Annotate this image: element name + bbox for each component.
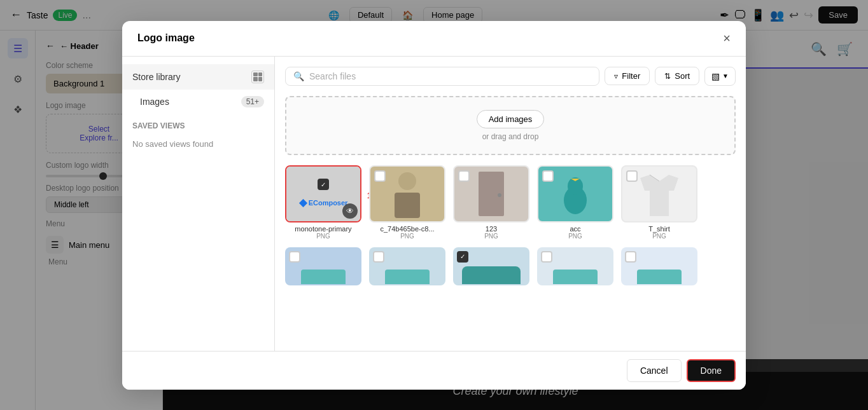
done-button[interactable]: Done <box>687 359 736 382</box>
image-item-4[interactable]: acc PNG <box>537 165 613 240</box>
image-label-1: monotone-primary <box>285 225 361 233</box>
bottom-image-1[interactable] <box>285 247 361 285</box>
modal-body: Store library Images 51+ Saved Views No … <box>122 57 746 351</box>
filter-button[interactable]: ▿ Filter <box>605 67 650 85</box>
image-item-3[interactable]: 123 PNG <box>453 165 529 240</box>
bottom-checkbox-1[interactable] <box>289 251 300 263</box>
sidebar-images[interactable]: Images 51+ <box>122 90 274 114</box>
sort-label: Sort <box>675 71 690 81</box>
image-item-2[interactable]: c_74b465be-c8... PNG <box>369 165 445 240</box>
image-thumb-5 <box>621 165 697 222</box>
modal-title: Logo image <box>137 32 195 44</box>
bottom-thumb-4 <box>537 247 613 285</box>
bottom-image-2[interactable] <box>369 247 445 285</box>
image-type-4: PNG <box>537 233 613 240</box>
image-type-3: PNG <box>453 233 529 240</box>
img-checkbox-1[interactable]: ✓ <box>318 179 329 190</box>
images-grid: ✓ ◆ EComposer 👁 monotone-primary <box>285 165 736 240</box>
image-item-5[interactable]: T_shirt PNG <box>621 165 697 240</box>
image-thumb-1: ✓ ◆ EComposer 👁 <box>285 165 361 222</box>
image-type-5: PNG <box>621 233 697 240</box>
store-library-label: Store library <box>132 72 180 82</box>
image-thumb-3 <box>453 165 529 222</box>
image-label-5: T_shirt <box>621 225 697 233</box>
grid-view-button[interactable]: ▧ ▼ <box>704 67 736 86</box>
images-count-badge: 51+ <box>241 96 264 107</box>
bottom-checkbox-4[interactable] <box>541 251 552 263</box>
modal-header: Logo image × <box>122 21 746 57</box>
ecomposer-logo: ◆ EComposer <box>299 196 348 208</box>
filter-icon: ▿ <box>614 72 618 81</box>
image-label-3: 123 <box>453 225 529 233</box>
image-label-4: acc <box>537 225 613 233</box>
image-label-2: c_74b465be-c8... <box>369 225 445 233</box>
images-label: Images <box>140 97 169 107</box>
sort-button[interactable]: ⇅ Sort <box>655 67 699 85</box>
sidebar-store-library[interactable]: Store library <box>122 64 274 90</box>
search-box: 🔍 <box>285 67 599 86</box>
bottom-image-3[interactable]: ✓ <box>453 247 529 285</box>
eye-icon-1[interactable]: 👁 <box>342 203 358 219</box>
bottom-image-4[interactable] <box>537 247 613 285</box>
image-thumb-2 <box>369 165 445 222</box>
img-checkbox-2[interactable] <box>374 170 386 182</box>
bottom-images-grid: ✓ <box>285 247 736 285</box>
sort-icon: ⇅ <box>664 72 671 81</box>
bottom-thumb-5 <box>621 247 697 285</box>
modal-main-content: 🔍 ▿ Filter ⇅ Sort ▧ ▼ <box>275 57 746 351</box>
img-checkbox-4[interactable] <box>542 170 554 182</box>
image-type-2: PNG <box>369 233 445 240</box>
svg-point-0 <box>398 172 416 190</box>
add-images-button[interactable]: Add images <box>477 110 545 128</box>
search-icon: 🔍 <box>293 71 304 81</box>
bottom-image-5[interactable] <box>621 247 697 285</box>
bottom-shape-2 <box>385 270 430 284</box>
saved-views-section: Saved Views <box>122 114 274 134</box>
image-thumb-4 <box>537 165 613 222</box>
bottom-shape-5 <box>637 270 682 284</box>
image-type-1: PNG <box>285 233 361 240</box>
svg-rect-1 <box>395 193 420 218</box>
modal-close-button[interactable]: × <box>723 31 731 46</box>
dropdown-icon: ▼ <box>722 72 729 79</box>
drag-drop-text: or drag and drop <box>299 132 722 141</box>
modal-overlay: Logo image × Store library Images 51+ Sa… <box>0 0 868 410</box>
bottom-shape-3 <box>462 266 521 284</box>
svg-point-3 <box>498 193 501 197</box>
filter-label: Filter <box>622 71 640 81</box>
bottom-shape-4 <box>553 270 598 284</box>
modal-sidebar: Store library Images 51+ Saved Views No … <box>122 57 275 351</box>
no-saved-views: No saved views found <box>122 134 274 154</box>
bottom-thumb-2 <box>369 247 445 285</box>
bottom-checkbox-2[interactable] <box>373 251 384 263</box>
bottom-shape-1 <box>301 270 346 284</box>
image-item-1[interactable]: ✓ ◆ EComposer 👁 monotone-primary <box>285 165 361 240</box>
bottom-thumb-3: ✓ <box>453 247 529 285</box>
logo-image-modal: Logo image × Store library Images 51+ Sa… <box>122 21 746 390</box>
img-checkbox-5[interactable] <box>626 170 638 182</box>
modal-footer: Cancel Done <box>122 351 746 390</box>
saved-views-label: Saved Views <box>132 121 185 130</box>
upload-area: Add images or drag and drop <box>285 96 736 155</box>
modal-toolbar: 🔍 ▿ Filter ⇅ Sort ▧ ▼ <box>285 67 736 86</box>
bottom-thumb-1 <box>285 247 361 285</box>
images-scroll-area: ✓ ◆ EComposer 👁 monotone-primary <box>285 165 736 341</box>
bottom-checkbox-5[interactable] <box>625 251 636 263</box>
cancel-button[interactable]: Cancel <box>627 359 682 382</box>
grid-icon-btn: ▧ <box>711 71 720 81</box>
search-input[interactable] <box>309 71 591 81</box>
bottom-checkbox-3[interactable]: ✓ <box>457 251 468 263</box>
grid-icon <box>251 71 264 83</box>
img-checkbox-3[interactable] <box>458 170 470 182</box>
